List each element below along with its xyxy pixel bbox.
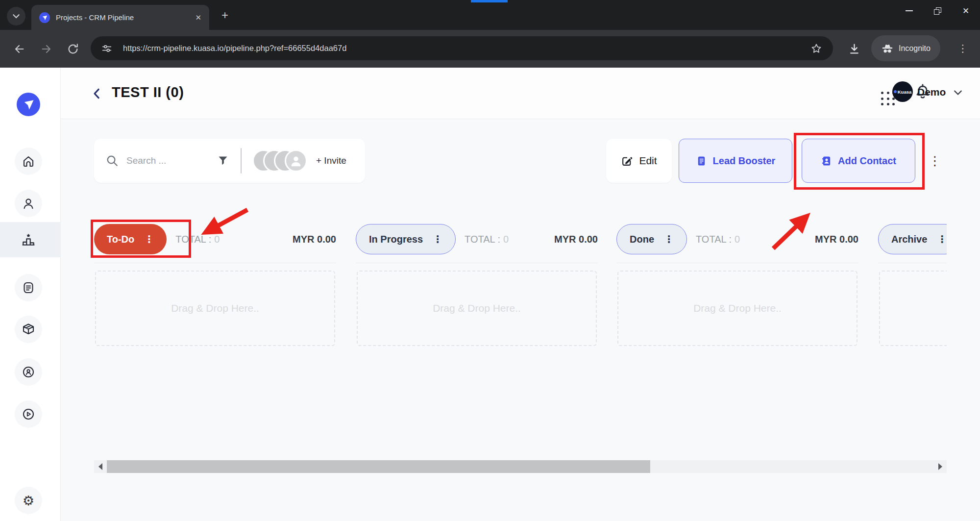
stage-name: Done bbox=[630, 234, 654, 245]
dropzone-todo[interactable]: Drag & Drop Here.. bbox=[95, 271, 335, 346]
browser-tab-bar: Projects - CRM Pipeline ✕ + ✕ bbox=[0, 0, 980, 30]
stage-pill-todo[interactable]: To-Do ⋮ bbox=[94, 224, 167, 254]
window-restore-button[interactable] bbox=[923, 0, 952, 22]
site-info-icon[interactable] bbox=[101, 43, 112, 54]
stage-menu-icon[interactable]: ⋮ bbox=[937, 234, 947, 244]
stage-total: TOTAL :0 bbox=[465, 234, 509, 245]
stage-total: TOTAL :0 bbox=[696, 234, 740, 245]
podium-icon bbox=[21, 232, 36, 247]
team-avatars[interactable] bbox=[252, 149, 309, 172]
downloads-icon[interactable] bbox=[846, 43, 862, 55]
sidebar-item-contacts[interactable] bbox=[15, 190, 42, 217]
sidebar-item-pipeline[interactable] bbox=[15, 226, 42, 253]
person-icon bbox=[22, 197, 35, 210]
reload-button[interactable] bbox=[65, 43, 81, 55]
column-header: Archive ⋮ bbox=[878, 216, 947, 263]
stage-amount: MYR 0.00 bbox=[293, 234, 336, 245]
home-icon bbox=[22, 154, 35, 168]
url-text: https://crm-pipeline.kuasa.io/pipeline.p… bbox=[123, 44, 810, 53]
forward-button[interactable] bbox=[38, 43, 55, 55]
sidebar-item-products[interactable] bbox=[15, 316, 42, 343]
site-favicon bbox=[39, 12, 50, 23]
page-title: TEST II (0) bbox=[112, 84, 184, 100]
sidebar-item-support[interactable] bbox=[15, 358, 42, 386]
avatar-label: Kuasa bbox=[898, 89, 912, 95]
user-avatar[interactable]: Kuasa bbox=[892, 81, 913, 102]
window-controls: ✕ bbox=[895, 0, 980, 22]
lead-booster-label: Lead Booster bbox=[713, 155, 776, 167]
invite-button[interactable]: + Invite bbox=[316, 155, 346, 166]
browser-window: Projects - CRM Pipeline ✕ + ✕ https://cr… bbox=[0, 0, 980, 521]
omnibox[interactable]: https://crm-pipeline.kuasa.io/pipeline.p… bbox=[91, 36, 833, 60]
add-contact-button[interactable]: Add Contact bbox=[802, 139, 915, 183]
pipeline-board: To-Do ⋮ TOTAL :0 MYR 0.00 Drag & Drop He… bbox=[94, 216, 947, 353]
triangle-left-icon bbox=[98, 463, 102, 470]
search-card: + Invite bbox=[94, 139, 365, 183]
stage-amount: MYR 0.00 bbox=[815, 234, 858, 245]
search-input[interactable] bbox=[125, 155, 216, 167]
new-tab-button[interactable]: + bbox=[218, 8, 232, 23]
dropzone-inprogress[interactable]: Drag & Drop Here.. bbox=[357, 271, 597, 346]
app-sidebar: ⚙ bbox=[0, 68, 61, 521]
column-header: To-Do ⋮ TOTAL :0 MYR 0.00 bbox=[94, 216, 336, 263]
browser-menu-icon[interactable]: ⋮ bbox=[956, 39, 970, 58]
stage-menu-icon[interactable]: ⋮ bbox=[664, 234, 674, 244]
user-badge-icon bbox=[22, 365, 35, 379]
sidebar-item-home[interactable] bbox=[15, 148, 42, 175]
sidebar-item-notes[interactable] bbox=[15, 274, 42, 301]
scrollbar-thumb[interactable] bbox=[107, 460, 650, 473]
stage-menu-icon[interactable]: ⋮ bbox=[144, 234, 154, 244]
bookmark-star-icon[interactable] bbox=[810, 43, 822, 54]
contact-book-icon bbox=[821, 155, 832, 167]
dropzone-done[interactable]: Drag & Drop Here.. bbox=[617, 271, 858, 346]
edit-button[interactable]: Edit bbox=[606, 139, 672, 183]
stage-total-value: 0 bbox=[735, 234, 740, 245]
stage-name: Archive bbox=[891, 234, 927, 245]
tab-title: Projects - CRM Pipeline bbox=[56, 13, 190, 22]
add-contact-label: Add Contact bbox=[838, 155, 896, 167]
chevron-down-icon bbox=[954, 89, 962, 96]
filter-funnel-icon[interactable] bbox=[217, 155, 229, 167]
stage-menu-icon[interactable]: ⋮ bbox=[433, 234, 442, 244]
minimize-icon bbox=[906, 10, 913, 11]
back-button[interactable] bbox=[11, 43, 27, 55]
sidebar-item-tutorials[interactable] bbox=[15, 400, 42, 428]
page-header: TEST II (0) Kuasa Demo bbox=[61, 68, 980, 119]
screenshare-indicator-strip bbox=[471, 0, 508, 2]
stage-name: In Progress bbox=[369, 234, 423, 245]
document-icon bbox=[22, 281, 35, 295]
pipeline-column-todo: To-Do ⋮ TOTAL :0 MYR 0.00 Drag & Drop He… bbox=[94, 216, 336, 346]
horizontal-scrollbar[interactable] bbox=[94, 460, 947, 473]
kuasa-logo[interactable] bbox=[17, 93, 40, 116]
user-menu-label[interactable]: Demo bbox=[917, 86, 946, 98]
scroll-left-button[interactable] bbox=[94, 460, 107, 473]
sidebar-item-settings[interactable]: ⚙ bbox=[15, 487, 42, 514]
stage-pill-archive[interactable]: Archive ⋮ bbox=[878, 224, 947, 254]
tab-close-icon[interactable]: ✕ bbox=[195, 13, 201, 22]
window-minimize-button[interactable] bbox=[895, 0, 923, 22]
stage-total: TOTAL :0 bbox=[175, 234, 220, 245]
stage-total-value: 0 bbox=[503, 234, 509, 245]
browser-tab[interactable]: Projects - CRM Pipeline ✕ bbox=[31, 5, 209, 30]
avatar bbox=[285, 149, 307, 172]
lead-booster-button[interactable]: Lead Booster bbox=[679, 139, 792, 183]
scroll-right-button[interactable] bbox=[934, 460, 947, 473]
avatar-logo-dot bbox=[894, 90, 897, 93]
gear-icon: ⚙ bbox=[23, 494, 34, 507]
stage-pill-inprogress[interactable]: In Progress ⋮ bbox=[356, 224, 456, 254]
dropzone-archive[interactable] bbox=[879, 271, 947, 346]
back-chevron-button[interactable] bbox=[91, 87, 104, 102]
column-header: Done ⋮ TOTAL :0 MYR 0.00 bbox=[616, 216, 858, 263]
stage-amount: MYR 0.00 bbox=[554, 234, 598, 245]
board-more-icon[interactable]: ⋮ bbox=[928, 149, 942, 173]
triangle-right-icon bbox=[938, 463, 942, 470]
tab-search-button[interactable] bbox=[7, 7, 25, 25]
incognito-badge[interactable]: Incognito bbox=[871, 35, 940, 61]
user-menu-chevron[interactable] bbox=[954, 89, 962, 98]
window-close-button[interactable]: ✕ bbox=[952, 0, 980, 22]
pipeline-column-done: Done ⋮ TOTAL :0 MYR 0.00 Drag & Drop Her… bbox=[616, 216, 858, 346]
stage-pill-done[interactable]: Done ⋮ bbox=[616, 224, 687, 254]
person-icon bbox=[289, 153, 303, 168]
pencil-edit-icon bbox=[621, 155, 633, 167]
lead-doc-icon bbox=[696, 155, 707, 167]
